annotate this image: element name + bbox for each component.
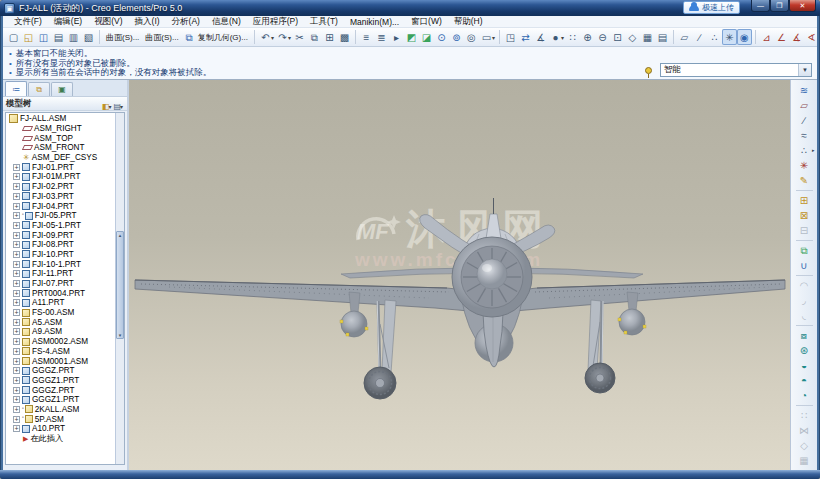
expand-icon[interactable]: + bbox=[13, 173, 20, 180]
analysis-model-button[interactable]: ⊚ bbox=[449, 29, 464, 45]
folder-browser-tab[interactable]: ▣ bbox=[51, 82, 73, 96]
tree-show-button[interactable]: ◧▾ bbox=[101, 102, 113, 111]
expand-icon[interactable]: + bbox=[13, 280, 20, 287]
expand-icon[interactable]: + bbox=[13, 425, 20, 432]
tree-item-gggz-prt[interactable]: +GGGZ.PRT bbox=[6, 366, 124, 376]
expand-icon[interactable]: + bbox=[13, 212, 20, 219]
airplane-model[interactable] bbox=[129, 80, 790, 470]
annotation-datums-toggle-button[interactable]: ∢ bbox=[804, 29, 817, 45]
model-tree-tab[interactable]: ≔ bbox=[5, 81, 27, 96]
graphics-canvas[interactable]: MF 沐风网 www.mfcad.com bbox=[129, 80, 790, 470]
tree-item-fji-03-prt[interactable]: +FJI-03.PRT bbox=[6, 192, 124, 202]
datum-csys-tool-button[interactable]: ✳ bbox=[795, 158, 814, 173]
expand-icon[interactable]: + bbox=[13, 299, 20, 306]
assemble-component-tool-button[interactable]: ⊞ bbox=[795, 193, 814, 208]
datum-curve-tool-button[interactable]: ≈ bbox=[795, 128, 814, 143]
tree-item-fji-05-prt[interactable]: +▫FJI-05.PRT bbox=[6, 211, 124, 221]
annotation-dims-toggle-button[interactable]: ⊿ bbox=[759, 29, 774, 45]
menu-item-manikin[interactable]: Manikin(M)... bbox=[344, 17, 405, 27]
expand-icon[interactable]: + bbox=[13, 367, 20, 374]
expand-icon[interactable]: + bbox=[13, 387, 20, 394]
tree-scrollbar[interactable]: ▴▾ bbox=[115, 113, 124, 464]
find-button[interactable]: ◎ bbox=[464, 29, 479, 45]
expand-icon[interactable]: + bbox=[13, 406, 20, 413]
toroidal-bend-tool-button[interactable]: ◔ bbox=[795, 388, 814, 403]
zoom-in-button[interactable]: ⊕ bbox=[580, 29, 595, 45]
tree-item-fs-00-asm[interactable]: +FS-00.ASM bbox=[6, 308, 124, 318]
render-setup-button[interactable]: ◪ bbox=[419, 29, 434, 45]
tree-item-fji-01m-prt[interactable]: +FJI-01M.PRT bbox=[6, 172, 124, 182]
layer-tree-tab[interactable]: ⧉ bbox=[28, 82, 50, 96]
create-component-tool-button[interactable]: ⊠ bbox=[795, 208, 814, 223]
expand-icon[interactable]: + bbox=[13, 251, 20, 258]
tree-item-asm-top[interactable]: ASM_TOP bbox=[6, 133, 124, 143]
regenerate-button[interactable]: ≡ bbox=[359, 29, 374, 45]
tree-item-fji-10-1-prt[interactable]: +FJI-10-1.PRT bbox=[6, 259, 124, 269]
pan-zoom-button[interactable]: ∷ bbox=[565, 29, 580, 45]
tree-scrollbar-thumb[interactable]: ▴▾ bbox=[116, 231, 124, 339]
annotation-symbols-toggle-button[interactable]: ∡ bbox=[789, 29, 804, 45]
repeat-component-tool-button[interactable]: ⧉ bbox=[795, 243, 814, 258]
save-button[interactable]: ◫ bbox=[36, 29, 51, 45]
tree-item-5p-asm[interactable]: +▫5P.ASM bbox=[6, 414, 124, 424]
print-preview-button[interactable]: ▥ bbox=[66, 29, 81, 45]
tree-item-fji-04-prt[interactable]: +FJI-04.PRT bbox=[6, 201, 124, 211]
menu-item-insert[interactable]: 插入(I) bbox=[129, 16, 166, 28]
minimize-button[interactable]: — bbox=[751, 0, 770, 12]
expand-icon[interactable]: + bbox=[13, 290, 20, 297]
expand-icon[interactable]: + bbox=[13, 232, 20, 239]
tree-settings-button[interactable]: ▤▾ bbox=[112, 102, 124, 111]
dropdown-caret-icon[interactable]: ▾ bbox=[492, 34, 495, 41]
display-style-button[interactable]: ●▾ bbox=[548, 29, 565, 45]
open-file-button[interactable]: ◱ bbox=[21, 29, 36, 45]
undo-button[interactable]: ↶▾ bbox=[258, 29, 275, 45]
tree-item-a10-prt[interactable]: +A10.PRT bbox=[6, 424, 124, 434]
dropdown-caret-icon[interactable]: ▾ bbox=[108, 103, 111, 110]
tree-item-2kall-asm[interactable]: +▫2KALL.ASM bbox=[6, 405, 124, 415]
paste-button[interactable]: ⊞ bbox=[322, 29, 337, 45]
tree-item-fji-09-prt[interactable]: +FJI-09.PRT bbox=[6, 230, 124, 240]
copy-geometry-tool-button[interactable]: ⧇ bbox=[795, 328, 814, 343]
title-bar[interactable]: ▣ FJ-ALL (活动的) - Creo Elements/Pro 5.0 极… bbox=[0, 0, 820, 16]
expand-icon[interactable]: + bbox=[13, 328, 20, 335]
expand-icon[interactable]: + bbox=[13, 261, 20, 268]
tree-item-asm0001-asm[interactable]: +ASM0001.ASM bbox=[6, 356, 124, 366]
spin-3d-button[interactable]: ⇄ bbox=[518, 29, 533, 45]
tree-item-asm-def-csys[interactable]: ✳ASM_DEF_CSYS bbox=[6, 153, 124, 163]
tree-item-fj-all-asm[interactable]: FJ-ALL.ASM bbox=[6, 114, 124, 124]
menu-item-analysis[interactable]: 分析(A) bbox=[166, 16, 206, 28]
expand-icon[interactable]: + bbox=[13, 203, 20, 210]
menu-item-info[interactable]: 信息(N) bbox=[206, 16, 247, 28]
expand-icon[interactable]: + bbox=[13, 416, 20, 423]
regen-manager-button[interactable]: ≣ bbox=[374, 29, 389, 45]
expand-icon[interactable]: + bbox=[13, 193, 20, 200]
redo-button[interactable]: ↷▾ bbox=[275, 29, 292, 45]
view-manager-button[interactable]: ▦ bbox=[640, 29, 655, 45]
tree-item-asm0002-asm[interactable]: +ASM0002.ASM bbox=[6, 337, 124, 347]
tree-item-fji-05-1-prt[interactable]: +FJI-05-1.PRT bbox=[6, 221, 124, 231]
new-file-button[interactable]: ▢ bbox=[6, 29, 21, 45]
paste-special-button[interactable]: ▩ bbox=[337, 29, 352, 45]
expand-icon[interactable]: + bbox=[13, 396, 20, 403]
menu-item-applications[interactable]: 应用程序(P) bbox=[247, 16, 304, 28]
shrinkwrap-tool-button[interactable]: ◒ bbox=[795, 358, 814, 373]
surface-button[interactable]: 曲面(S)... bbox=[103, 29, 142, 45]
repaint-button[interactable]: ◳ bbox=[503, 29, 518, 45]
refit-button[interactable]: ⊡ bbox=[610, 29, 625, 45]
annotation-notes-toggle-button[interactable]: ∠ bbox=[774, 29, 789, 45]
expand-icon[interactable]: + bbox=[13, 358, 20, 365]
datum-axes-toggle-button[interactable]: ∕ bbox=[692, 29, 707, 45]
menu-item-view[interactable]: 视图(V) bbox=[88, 16, 128, 28]
flexible-component-tool-button[interactable]: ∪ bbox=[795, 258, 814, 273]
upload-badge[interactable]: 极速上传 bbox=[683, 1, 740, 14]
maximize-button[interactable]: ❒ bbox=[770, 0, 789, 12]
datum-axis-tool-button[interactable]: ∕ bbox=[795, 113, 814, 128]
datum-csys-toggle-button[interactable]: ✳ bbox=[722, 29, 737, 45]
send-model-button[interactable]: ▧ bbox=[81, 29, 96, 45]
orient-mode-button[interactable]: ∡ bbox=[533, 29, 548, 45]
tree-item-fji-02-prt[interactable]: +FJI-02.PRT bbox=[6, 182, 124, 192]
expand-icon[interactable]: + bbox=[13, 348, 20, 355]
named-views-button[interactable]: ◇ bbox=[625, 29, 640, 45]
tree-item-a9-asm[interactable]: +A9.ASM bbox=[6, 327, 124, 337]
cut-button[interactable]: ✂ bbox=[292, 29, 307, 45]
